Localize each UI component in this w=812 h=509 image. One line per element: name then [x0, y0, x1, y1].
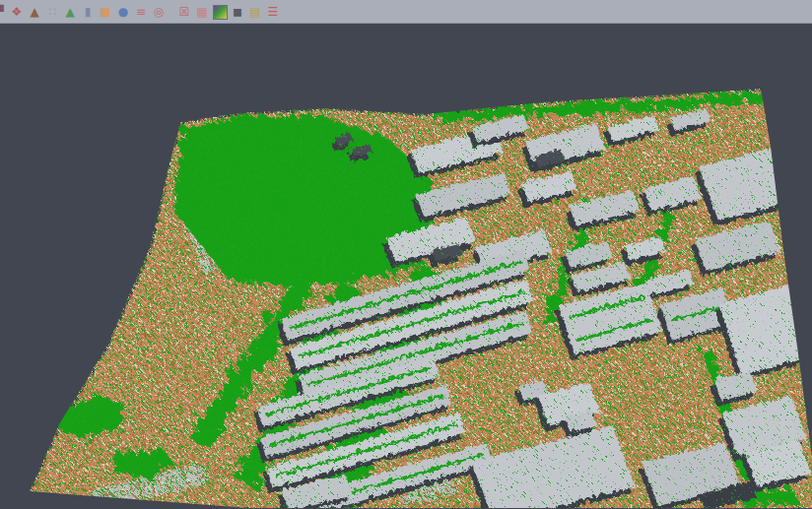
terrain-green-icon-glyph: ▲ [65, 5, 74, 19]
clip-box-icon-glyph: ▞ [0, 5, 4, 19]
lines-red-icon-glyph: ≡ [136, 5, 146, 19]
align-points-icon-glyph: ❖ [12, 5, 23, 19]
stack-dark-icon[interactable]: ◼ [230, 4, 245, 20]
globe-icon[interactable]: ● [115, 4, 131, 20]
points-icon-glyph: ∷ [48, 5, 56, 19]
viewport-canvas[interactable] [0, 24, 812, 508]
vegetation-speckle-top [0, 24, 812, 508]
lines-red-icon[interactable]: ≡ [133, 4, 149, 20]
plane-orange-icon-glyph: ■ [100, 5, 110, 19]
colormap-icon[interactable] [212, 4, 228, 20]
plane-orange-icon[interactable]: ■ [98, 4, 113, 20]
terrain-green-icon[interactable]: ▲ [62, 4, 78, 20]
grid-red-icon-glyph: ▦ [196, 5, 207, 19]
terrain-group [0, 24, 812, 508]
profile-icon[interactable]: ▮ [80, 4, 96, 20]
circle-red-icon[interactable]: ◎ [151, 4, 167, 20]
note-yellow-icon[interactable]: ▤ [247, 4, 263, 20]
viewport[interactable] [0, 24, 812, 508]
colormap-icon-glyph [213, 5, 228, 20]
points-icon[interactable]: ∷ [44, 4, 60, 20]
crop-red-icon[interactable]: ☒ [176, 4, 192, 20]
globe-icon-glyph: ● [118, 5, 128, 19]
dem-brown-icon[interactable]: ▲ [27, 4, 42, 20]
note-yellow-icon-glyph: ▤ [249, 5, 260, 19]
circle-red-icon-glyph: ◎ [154, 5, 164, 19]
crop-red-icon-glyph: ☒ [179, 5, 190, 19]
align-points-icon[interactable]: ❖ [9, 4, 25, 20]
bars-red-icon-glyph: ☰ [268, 5, 279, 19]
dem-brown-icon-glyph: ▲ [30, 5, 38, 19]
stack-dark-icon-glyph: ◼ [233, 5, 242, 19]
toolbar: ▞❖▲∷▲▮■●≡◎☒▦◼▤☰ [0, 0, 812, 24]
grid-red-icon[interactable]: ▦ [194, 4, 210, 20]
clip-box-icon[interactable]: ▞ [0, 4, 7, 20]
bars-red-icon[interactable]: ☰ [265, 4, 281, 20]
profile-icon-glyph: ▮ [85, 5, 92, 19]
